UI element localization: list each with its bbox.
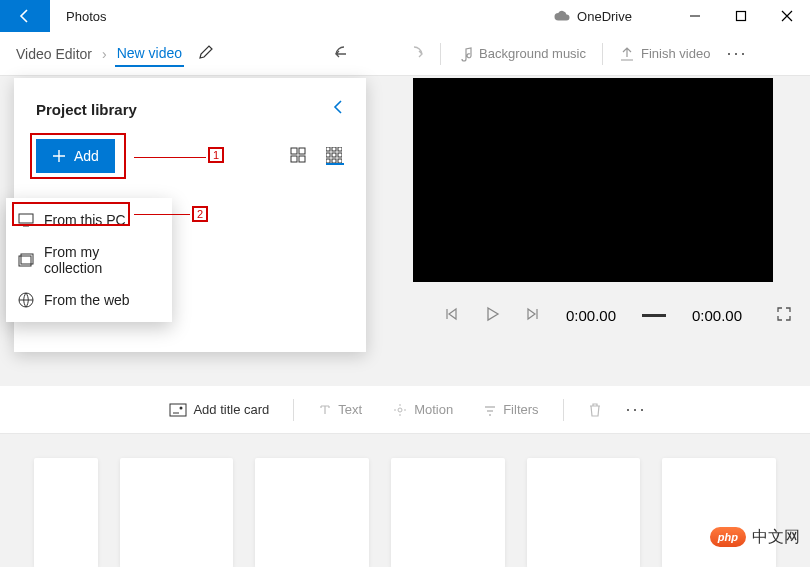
main-toolbar: Video Editor › New video Background musi…: [0, 32, 810, 76]
filters-button: Filters: [471, 396, 550, 423]
finish-video-button[interactable]: Finish video: [609, 40, 720, 68]
music-icon: [457, 46, 473, 62]
svg-rect-13: [332, 159, 336, 163]
svg-rect-11: [338, 153, 342, 157]
svg-point-22: [180, 406, 183, 409]
onedrive-status[interactable]: OneDrive: [553, 9, 632, 24]
svg-rect-1: [737, 12, 746, 21]
storyboard-timeline[interactable]: [0, 434, 810, 567]
breadcrumb-root[interactable]: Video Editor: [14, 42, 94, 66]
redo-button[interactable]: [394, 38, 434, 70]
delete-button: [576, 396, 614, 424]
next-frame-button[interactable]: [526, 307, 540, 324]
svg-rect-10: [332, 153, 336, 157]
svg-rect-4: [291, 156, 297, 162]
close-button[interactable]: [764, 0, 810, 32]
watermark-badge: php: [708, 525, 748, 549]
grid-view-large-icon[interactable]: [290, 147, 308, 165]
onedrive-label: OneDrive: [577, 9, 632, 24]
svg-rect-2: [291, 148, 297, 154]
menu-from-my-collection[interactable]: From my collection: [6, 236, 172, 284]
web-icon: [18, 292, 34, 308]
watermark-text: 中文网: [752, 527, 800, 548]
titlebar: Photos OneDrive: [0, 0, 810, 32]
time-scrubber[interactable]: [642, 314, 666, 317]
storyboard-placeholder[interactable]: [255, 458, 369, 567]
video-preview-canvas[interactable]: [413, 78, 773, 282]
fullscreen-button[interactable]: [776, 306, 792, 325]
prev-frame-button[interactable]: [444, 307, 458, 324]
minimize-button[interactable]: [672, 0, 718, 32]
svg-rect-14: [338, 159, 342, 163]
title-card-icon: [169, 403, 187, 417]
window-controls: [672, 0, 810, 32]
total-time: 0:00.00: [692, 307, 742, 324]
motion-icon: [392, 403, 408, 417]
annotation-box-2: [12, 202, 130, 226]
play-button[interactable]: [484, 306, 500, 325]
collection-icon: [18, 253, 34, 267]
filters-icon: [483, 403, 497, 417]
background-music-button[interactable]: Background music: [447, 40, 596, 68]
menu-from-the-web[interactable]: From the web: [6, 284, 172, 316]
storyboard-placeholder[interactable]: [391, 458, 505, 567]
clip-more-button[interactable]: ···: [620, 399, 653, 420]
storyboard-placeholder[interactable]: [527, 458, 641, 567]
annotation-box-1: [30, 133, 126, 179]
svg-rect-12: [326, 159, 330, 163]
annotation-line-2: [134, 214, 190, 215]
storyboard-placeholder[interactable]: [120, 458, 234, 567]
text-button: Text: [306, 396, 374, 423]
svg-rect-20: [170, 404, 186, 416]
more-options-button[interactable]: ···: [720, 43, 753, 64]
clip-toolbar: Add title card Text Motion Filters ···: [0, 386, 810, 434]
svg-rect-8: [338, 147, 342, 151]
preview-area: 0:00.00 0:00.00: [390, 78, 796, 325]
rename-icon[interactable]: [198, 44, 214, 63]
library-back-chevron[interactable]: [332, 98, 344, 121]
annotation-label-1: 1: [208, 147, 224, 163]
svg-rect-5: [299, 156, 305, 162]
svg-rect-6: [326, 147, 330, 151]
add-context-menu: 2 From this PC From my collection From t…: [6, 198, 172, 322]
annotation-label-2: 2: [192, 206, 208, 222]
back-button[interactable]: [0, 0, 50, 32]
export-icon: [619, 46, 635, 62]
annotation-line-1: [134, 157, 206, 158]
current-time: 0:00.00: [566, 307, 616, 324]
cloud-icon: [553, 10, 571, 22]
grid-view-small-icon[interactable]: [326, 147, 344, 165]
svg-rect-3: [299, 148, 305, 154]
trash-icon: [588, 402, 602, 418]
storyboard-placeholder[interactable]: [34, 458, 98, 567]
svg-rect-9: [326, 153, 330, 157]
text-icon: [318, 403, 332, 417]
watermark: php 中文网: [708, 525, 800, 549]
library-title: Project library: [36, 101, 137, 118]
app-title: Photos: [50, 9, 106, 24]
undo-button[interactable]: [324, 38, 364, 70]
maximize-button[interactable]: [718, 0, 764, 32]
playback-controls: 0:00.00 0:00.00: [390, 306, 796, 325]
storyboard-placeholder[interactable]: [662, 458, 776, 567]
svg-rect-7: [332, 147, 336, 151]
add-title-card-button[interactable]: Add title card: [157, 396, 281, 423]
svg-point-23: [398, 408, 402, 412]
breadcrumb-current[interactable]: New video: [115, 41, 184, 67]
motion-button: Motion: [380, 396, 465, 423]
chevron-right-icon: ›: [94, 46, 115, 62]
